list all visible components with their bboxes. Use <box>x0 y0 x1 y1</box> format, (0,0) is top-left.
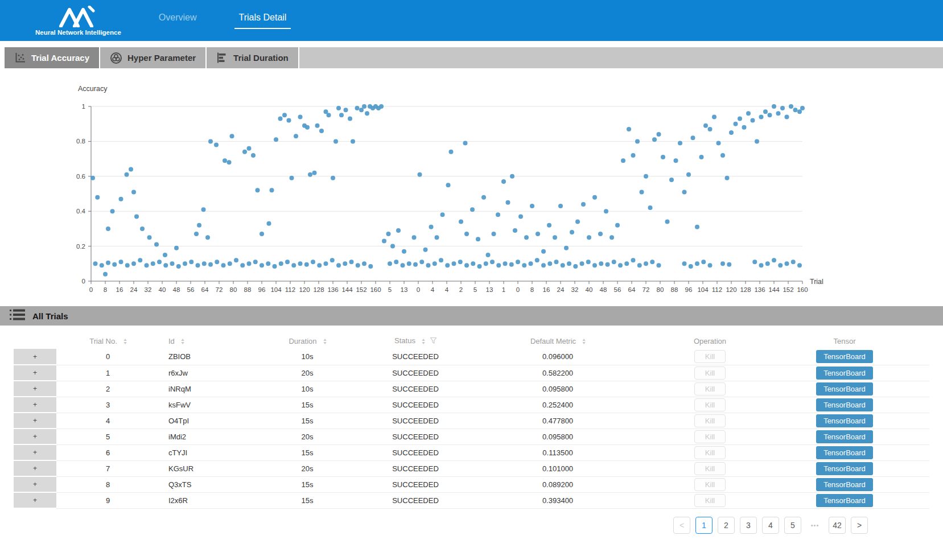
scatter-point[interactable] <box>279 261 283 266</box>
scatter-point[interactable] <box>561 263 565 267</box>
scatter-point[interactable] <box>716 141 721 145</box>
sort-icon[interactable]: ▴▾ <box>324 338 326 345</box>
scatter-point[interactable] <box>103 272 108 277</box>
scatter-point[interactable] <box>699 155 704 159</box>
scatter-point[interactable] <box>106 227 110 231</box>
scatter-point[interactable] <box>752 260 757 264</box>
page-number-button[interactable]: 3 <box>740 517 757 534</box>
scatter-point[interactable] <box>223 158 227 163</box>
scatter-point[interactable] <box>311 260 315 264</box>
scatter-point[interactable] <box>317 263 322 267</box>
scatter-point[interactable] <box>789 104 793 109</box>
scatter-point[interactable] <box>477 264 482 269</box>
scatter-point[interactable] <box>599 261 603 266</box>
scatter-point[interactable] <box>256 188 260 192</box>
scatter-point[interactable] <box>201 207 206 212</box>
page-number-button[interactable]: 4 <box>762 517 779 534</box>
scatter-point[interactable] <box>230 134 234 138</box>
scatter-point[interactable] <box>351 139 355 143</box>
scatter-point[interactable] <box>394 260 398 264</box>
scatter-point[interactable] <box>631 258 636 262</box>
scatter-point[interactable] <box>356 263 360 267</box>
scatter-point[interactable] <box>496 212 500 217</box>
scatter-point[interactable] <box>163 263 168 267</box>
page-prev-button[interactable]: < <box>673 517 690 534</box>
scatter-point[interactable] <box>541 249 546 254</box>
scatter-point[interactable] <box>615 223 620 228</box>
scatter-point[interactable] <box>657 132 661 137</box>
scatter-point[interactable] <box>581 202 586 207</box>
scatter-point[interactable] <box>674 158 678 163</box>
scatter-point[interactable] <box>368 264 373 269</box>
scatter-point[interactable] <box>90 176 95 180</box>
scatter-point[interactable] <box>298 261 303 266</box>
scatter-point[interactable] <box>742 125 747 130</box>
scatter-point[interactable] <box>592 263 597 267</box>
scatter-point[interactable] <box>270 188 274 192</box>
kill-button[interactable]: Kill <box>694 462 726 475</box>
scatter-point[interactable] <box>691 135 695 140</box>
scatter-point[interactable] <box>327 113 331 117</box>
scatter-point[interactable] <box>536 232 540 236</box>
scatter-point[interactable] <box>635 139 640 143</box>
page-number-button[interactable]: 5 <box>784 517 801 534</box>
scatter-point[interactable] <box>319 129 324 133</box>
scatter-point[interactable] <box>221 263 226 267</box>
scatter-point[interactable] <box>729 130 734 135</box>
tab-trial-duration[interactable]: Trial Duration <box>207 47 299 68</box>
scatter-point[interactable] <box>412 235 417 240</box>
scatter-point[interactable] <box>267 221 271 226</box>
scatter-point[interactable] <box>170 261 175 266</box>
scatter-point[interactable] <box>196 263 200 267</box>
scatter-point[interactable] <box>592 195 597 200</box>
sort-icon[interactable]: ▴▾ <box>124 338 126 345</box>
scatter-point[interactable] <box>661 155 665 159</box>
scatter-point[interactable] <box>644 174 648 179</box>
row-expander[interactable]: + <box>14 492 56 508</box>
page-number-button[interactable]: 42 <box>829 517 846 534</box>
scatter-point[interactable] <box>339 113 344 117</box>
sort-icon[interactable]: ▴▾ <box>583 338 585 345</box>
scatter-point[interactable] <box>627 127 631 131</box>
scatter-point[interactable] <box>553 235 557 240</box>
kill-button[interactable]: Kill <box>694 398 726 411</box>
row-expander[interactable]: + <box>14 444 56 460</box>
page-ellipsis[interactable]: ••• <box>806 517 823 534</box>
scatter-point[interactable] <box>305 125 310 130</box>
scatter-point[interactable] <box>138 258 142 262</box>
scatter-point[interactable] <box>464 232 469 236</box>
scatter-point[interactable] <box>695 261 699 266</box>
scatter-point[interactable] <box>778 263 783 267</box>
scatter-point[interactable] <box>573 264 578 269</box>
row-expander[interactable]: + <box>14 429 56 444</box>
scatter-point[interactable] <box>621 158 625 163</box>
scatter-point[interactable] <box>119 260 123 264</box>
scatter-point[interactable] <box>205 235 210 240</box>
scatter-point[interactable] <box>129 167 133 172</box>
scatter-point[interactable] <box>324 261 328 266</box>
scatter-point[interactable] <box>140 227 145 231</box>
scatter-point[interactable] <box>612 260 616 264</box>
scatter-point[interactable] <box>746 111 751 116</box>
scatter-point[interactable] <box>759 114 764 119</box>
scatter-point[interactable] <box>785 114 789 119</box>
tab-trial-accuracy[interactable]: Trial Accuracy <box>5 47 100 68</box>
scatter-point[interactable] <box>727 262 731 267</box>
scatter-point[interactable] <box>554 260 559 264</box>
scatter-point[interactable] <box>501 179 506 184</box>
kill-button[interactable]: Kill <box>694 414 726 427</box>
scatter-point[interactable] <box>336 263 341 267</box>
scatter-point[interactable] <box>228 261 232 266</box>
scatter-point[interactable] <box>797 263 802 267</box>
scatter-point[interactable] <box>772 104 776 109</box>
scatter-point[interactable] <box>640 190 644 194</box>
scatter-point[interactable] <box>547 223 551 228</box>
scatter-point[interactable] <box>274 137 278 142</box>
scatter-point[interactable] <box>763 109 768 114</box>
scatter-point[interactable] <box>266 261 270 266</box>
scatter-point[interactable] <box>348 116 352 121</box>
scatter-point[interactable] <box>308 172 312 177</box>
scatter-point[interactable] <box>291 263 296 267</box>
scatter-point[interactable] <box>396 228 401 233</box>
scatter-point[interactable] <box>386 232 391 236</box>
